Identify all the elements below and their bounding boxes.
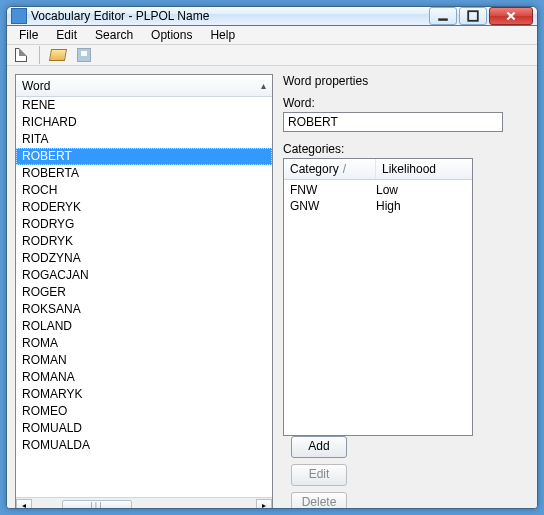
list-item[interactable]: ROCH bbox=[16, 182, 272, 199]
list-item[interactable]: ROGER bbox=[16, 284, 272, 301]
list-item[interactable]: ROMA bbox=[16, 335, 272, 352]
delete-button[interactable]: Delete bbox=[291, 492, 347, 509]
hscrollbar[interactable]: ◂ ||| ▸ bbox=[16, 497, 272, 509]
list-item[interactable]: RICHARD bbox=[16, 114, 272, 131]
menu-edit[interactable]: Edit bbox=[48, 26, 85, 44]
scroll-thumb[interactable]: ||| bbox=[62, 500, 132, 510]
titlebar[interactable]: Vocabulary Editor - PLPOL Name bbox=[7, 7, 537, 26]
menubar: File Edit Search Options Help bbox=[7, 26, 537, 45]
svg-rect-1 bbox=[468, 11, 478, 21]
close-button[interactable] bbox=[489, 7, 533, 25]
list-item[interactable]: ROMAN bbox=[16, 352, 272, 369]
app-icon bbox=[11, 8, 27, 24]
properties-title: Word properties bbox=[283, 74, 529, 88]
list-item[interactable]: ROMUALDA bbox=[16, 437, 272, 454]
categories-rows[interactable]: FNWLowGNWHigh bbox=[284, 180, 472, 216]
col-likelihood[interactable]: Likelihood bbox=[376, 159, 442, 179]
minimize-button[interactable] bbox=[429, 7, 457, 25]
word-field-label: Word: bbox=[283, 96, 529, 110]
maximize-button[interactable] bbox=[459, 7, 487, 25]
properties-panel: Word properties Word: ROBERT Categories:… bbox=[283, 74, 529, 509]
toolbar bbox=[7, 45, 537, 66]
categories-table[interactable]: Category / Likelihood FNWLowGNWHigh bbox=[283, 158, 473, 436]
word-list-header-label: Word bbox=[22, 79, 50, 93]
menu-search[interactable]: Search bbox=[87, 26, 141, 44]
word-list-rows[interactable]: RENERICHARDRITAROBERTROBERTAROCHRODERYKR… bbox=[16, 97, 272, 497]
category-buttons: Add Edit Delete bbox=[291, 436, 347, 509]
list-item[interactable]: ROMEO bbox=[16, 403, 272, 420]
svg-rect-0 bbox=[438, 18, 448, 20]
list-item[interactable]: ROKSANA bbox=[16, 301, 272, 318]
body: Word ▴ RENERICHARDRITAROBERTROBERTAROCHR… bbox=[7, 66, 537, 509]
list-item[interactable]: ROGACJAN bbox=[16, 267, 272, 284]
col-category[interactable]: Category / bbox=[284, 159, 376, 179]
word-listbox[interactable]: Word ▴ RENERICHARDRITAROBERTROBERTAROCHR… bbox=[15, 74, 273, 509]
save-button[interactable] bbox=[74, 45, 94, 65]
menu-file[interactable]: File bbox=[11, 26, 46, 44]
list-item[interactable]: ROBERTA bbox=[16, 165, 272, 182]
save-icon bbox=[77, 48, 91, 62]
open-button[interactable] bbox=[48, 45, 68, 65]
list-item[interactable]: RODERYK bbox=[16, 199, 272, 216]
list-item[interactable]: RODRYK bbox=[16, 233, 272, 250]
list-item[interactable]: RODRYG bbox=[16, 216, 272, 233]
categories-header[interactable]: Category / Likelihood bbox=[284, 159, 472, 180]
list-item[interactable]: ROLAND bbox=[16, 318, 272, 335]
menu-help[interactable]: Help bbox=[202, 26, 243, 44]
list-item[interactable]: RODZYNA bbox=[16, 250, 272, 267]
list-item[interactable]: RENE bbox=[16, 97, 272, 114]
folder-open-icon bbox=[49, 49, 67, 61]
word-field[interactable]: ROBERT bbox=[283, 112, 503, 132]
table-row[interactable]: FNWLow bbox=[284, 182, 472, 198]
window-title: Vocabulary Editor - PLPOL Name bbox=[31, 9, 429, 23]
word-list-panel: Word ▴ RENERICHARDRITAROBERTROBERTAROCHR… bbox=[15, 74, 273, 509]
separator bbox=[39, 46, 40, 64]
list-item[interactable]: ROMUALD bbox=[16, 420, 272, 437]
sort-indicator-icon: ▴ bbox=[261, 80, 266, 91]
menu-options[interactable]: Options bbox=[143, 26, 200, 44]
window: Vocabulary Editor - PLPOL Name File Edit… bbox=[6, 6, 538, 509]
categories-label: Categories: bbox=[283, 142, 529, 156]
scroll-left-button[interactable]: ◂ bbox=[16, 499, 32, 510]
edit-button[interactable]: Edit bbox=[291, 464, 347, 486]
word-list-header[interactable]: Word ▴ bbox=[16, 75, 272, 97]
add-button[interactable]: Add bbox=[291, 436, 347, 458]
list-item[interactable]: ROMARYK bbox=[16, 386, 272, 403]
list-item[interactable]: ROBERT bbox=[16, 148, 272, 165]
document-icon bbox=[15, 48, 27, 62]
list-item[interactable]: RITA bbox=[16, 131, 272, 148]
divider-icon: / bbox=[343, 162, 346, 176]
list-item[interactable]: ROMANA bbox=[16, 369, 272, 386]
table-row[interactable]: GNWHigh bbox=[284, 198, 472, 214]
new-button[interactable] bbox=[11, 45, 31, 65]
scroll-right-button[interactable]: ▸ bbox=[256, 499, 272, 510]
